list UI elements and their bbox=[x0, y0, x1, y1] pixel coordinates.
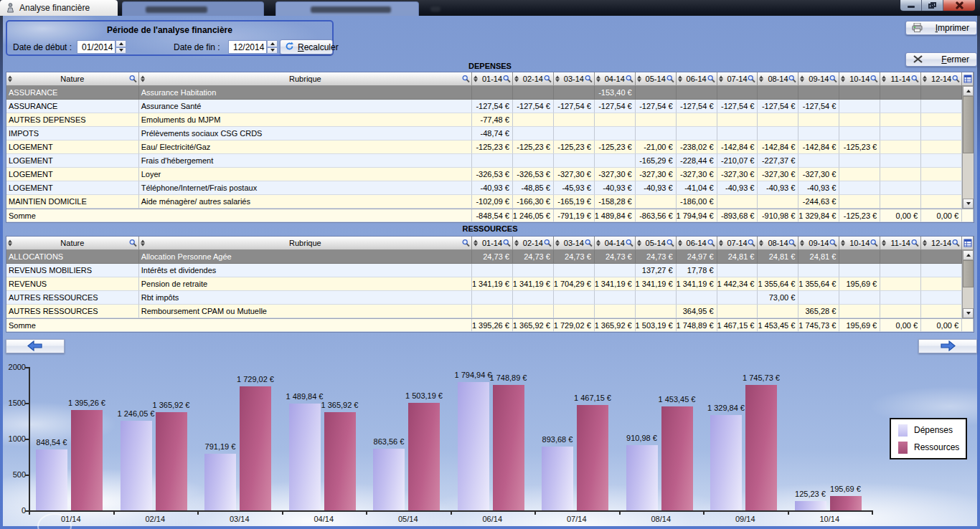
tab-analyse-financiere[interactable]: Analyse financière bbox=[0, 0, 118, 16]
sort-icon[interactable] bbox=[759, 240, 763, 247]
table-row[interactable]: IMPOTSPrélèvements sociaux CSG CRDS-48,7… bbox=[6, 127, 974, 140]
imprimer-button[interactable]: Imprimer bbox=[905, 21, 977, 35]
ressources-col-05-14[interactable]: 05-14 bbox=[636, 237, 677, 250]
depenses-col-01-14[interactable]: 01-14 bbox=[472, 72, 513, 86]
search-icon[interactable] bbox=[544, 239, 552, 247]
sort-icon[interactable] bbox=[8, 240, 12, 247]
ressources-col-08-14[interactable]: 08-14 bbox=[758, 237, 798, 250]
sort-icon[interactable] bbox=[141, 240, 145, 247]
table-row[interactable]: AUTRES DEPENSESEmoluments du MJPM-77,48 … bbox=[6, 113, 974, 127]
sort-icon[interactable] bbox=[678, 76, 682, 82]
search-icon[interactable] bbox=[462, 75, 470, 83]
ressources-col-03-14[interactable]: 03-14 bbox=[554, 237, 595, 250]
tab-background-1[interactable] bbox=[122, 1, 264, 16]
sort-icon[interactable] bbox=[678, 240, 682, 247]
search-icon[interactable] bbox=[788, 75, 796, 83]
table-row[interactable]: LOGEMENTFrais d'hébergement-165,29 €-228… bbox=[6, 154, 974, 168]
search-icon[interactable] bbox=[911, 239, 919, 247]
sort-icon[interactable] bbox=[555, 76, 560, 82]
ressources-col-09-14[interactable]: 09-14 bbox=[798, 237, 839, 250]
sort-icon[interactable] bbox=[759, 76, 763, 82]
table-row[interactable]: ALLOCATIONSAllocation Personne Agée24,73… bbox=[6, 250, 974, 264]
search-icon[interactable] bbox=[748, 239, 755, 247]
scroll-up-button[interactable] bbox=[963, 250, 974, 260]
close-button[interactable] bbox=[943, 0, 975, 11]
spin-down-button[interactable] bbox=[116, 47, 126, 54]
ressources-col-06-14[interactable]: 06-14 bbox=[677, 237, 717, 250]
table-grid-icon[interactable] bbox=[962, 237, 974, 250]
sort-icon[interactable] bbox=[923, 76, 927, 82]
ressources-col-nature[interactable]: Nature bbox=[6, 237, 139, 250]
search-icon[interactable] bbox=[503, 75, 511, 83]
date-fin-input[interactable]: 12/2014 bbox=[228, 40, 267, 54]
depenses-col-05-14[interactable]: 05-14 bbox=[636, 72, 677, 86]
search-icon[interactable] bbox=[129, 75, 137, 83]
table-row[interactable]: LOGEMENTTéléphone/Internet/Frais postaux… bbox=[6, 181, 974, 195]
table-row[interactable]: AUTRES RESSOURCESRemboursement CPAM ou M… bbox=[6, 305, 974, 318]
scroll-thumb[interactable] bbox=[963, 260, 974, 287]
depenses-col-10-14[interactable]: 10-14 bbox=[839, 72, 880, 86]
search-icon[interactable] bbox=[707, 239, 715, 247]
search-icon[interactable] bbox=[503, 239, 511, 247]
search-icon[interactable] bbox=[748, 75, 755, 83]
sort-icon[interactable] bbox=[637, 240, 641, 247]
depenses-col-12-14[interactable]: 12-14 bbox=[921, 72, 962, 86]
depenses-col-nature[interactable]: Nature bbox=[6, 72, 139, 86]
depenses-col-04-14[interactable]: 04-14 bbox=[595, 72, 636, 86]
search-icon[interactable] bbox=[626, 239, 633, 247]
search-icon[interactable] bbox=[788, 239, 796, 247]
depenses-col-08-14[interactable]: 08-14 bbox=[758, 72, 798, 86]
search-icon[interactable] bbox=[666, 239, 674, 247]
ressources-col-12-14[interactable]: 12-14 bbox=[921, 237, 962, 250]
restore-button[interactable] bbox=[922, 0, 943, 11]
minimize-button[interactable] bbox=[900, 0, 922, 11]
scroll-up-button[interactable] bbox=[963, 86, 974, 96]
depenses-col-07-14[interactable]: 07-14 bbox=[717, 72, 758, 86]
spin-down-button[interactable] bbox=[267, 47, 278, 54]
search-icon[interactable] bbox=[585, 75, 593, 83]
sort-icon[interactable] bbox=[637, 76, 641, 82]
search-icon[interactable] bbox=[829, 75, 837, 83]
spin-up-button[interactable] bbox=[116, 40, 126, 47]
table-row[interactable]: ASSURANCEAssurance Habitation-153,40 € bbox=[6, 86, 974, 100]
depenses-col-03-14[interactable]: 03-14 bbox=[554, 72, 595, 86]
sort-icon[interactable] bbox=[923, 240, 927, 247]
search-icon[interactable] bbox=[870, 75, 878, 83]
depenses-col-06-14[interactable]: 06-14 bbox=[677, 72, 717, 86]
date-debut-input[interactable]: 01/2014 bbox=[77, 40, 116, 54]
chart-prev-button[interactable] bbox=[6, 339, 65, 353]
sort-icon[interactable] bbox=[555, 240, 560, 247]
sort-icon[interactable] bbox=[719, 76, 723, 82]
tab-background-2[interactable] bbox=[275, 1, 419, 16]
ressources-col-rubrique[interactable]: Rubrique bbox=[139, 237, 472, 250]
table-row[interactable]: MAINTIEN DOMICILEAide ménagère/ autres s… bbox=[6, 195, 974, 209]
search-icon[interactable] bbox=[666, 75, 674, 83]
search-icon[interactable] bbox=[829, 239, 837, 247]
search-icon[interactable] bbox=[870, 239, 878, 247]
sort-icon[interactable] bbox=[473, 76, 478, 82]
sort-icon[interactable] bbox=[596, 240, 600, 247]
scroll-down-button[interactable] bbox=[963, 308, 974, 318]
sort-icon[interactable] bbox=[800, 76, 804, 82]
sort-icon[interactable] bbox=[596, 76, 600, 82]
depenses-col-rubrique[interactable]: Rubrique bbox=[139, 72, 472, 86]
vertical-scrollbar[interactable] bbox=[962, 86, 974, 209]
sort-icon[interactable] bbox=[882, 76, 886, 82]
depenses-col-11-14[interactable]: 11-14 bbox=[880, 72, 921, 86]
ressources-col-04-14[interactable]: 04-14 bbox=[595, 237, 636, 250]
chart-next-button[interactable] bbox=[918, 339, 977, 353]
scroll-thumb[interactable] bbox=[963, 96, 974, 153]
table-grid-icon[interactable] bbox=[962, 72, 974, 86]
sort-icon[interactable] bbox=[800, 240, 804, 247]
search-icon[interactable] bbox=[626, 75, 633, 83]
ressources-col-11-14[interactable]: 11-14 bbox=[880, 237, 921, 250]
table-row[interactable]: LOGEMENTEau/ Electricité/Gaz-125,23 €-12… bbox=[6, 140, 974, 154]
table-row[interactable]: AUTRES RESSOURCESRbt impôts73,00 € bbox=[6, 291, 974, 305]
table-row[interactable]: ASSURANCEAssurance Santé-127,54 €-127,54… bbox=[6, 100, 974, 113]
sort-icon[interactable] bbox=[514, 240, 519, 247]
search-icon[interactable] bbox=[585, 239, 593, 247]
depenses-col-02-14[interactable]: 02-14 bbox=[513, 72, 554, 86]
table-row[interactable]: REVENUS MOBILIERSIntérêts et dividendes1… bbox=[6, 264, 974, 277]
table-row[interactable]: REVENUSPension de retraite1 341,19 €1 34… bbox=[6, 277, 974, 291]
recalculer-button[interactable]: Recalculer bbox=[280, 39, 333, 54]
